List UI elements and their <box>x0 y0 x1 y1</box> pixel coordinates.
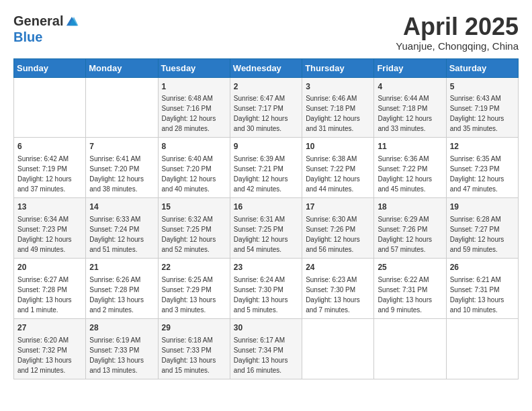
day-number: 21 <box>89 262 154 273</box>
day-number: 18 <box>378 201 442 213</box>
day-number: 24 <box>306 262 370 273</box>
calendar-cell: 8Sunrise: 6:40 AMSunset: 7:20 PMDaylight… <box>158 138 230 198</box>
day-number: 28 <box>89 322 154 334</box>
calendar-cell: 21Sunrise: 6:26 AMSunset: 7:28 PMDayligh… <box>86 258 158 318</box>
title-block: April 2025 Yuanjue, Chongqing, China <box>396 13 519 52</box>
calendar-cell <box>302 318 374 379</box>
calendar-cell: 24Sunrise: 6:23 AMSunset: 7:30 PMDayligh… <box>302 258 374 318</box>
day-number: 14 <box>89 201 154 213</box>
location: Yuanjue, Chongqing, China <box>396 40 519 52</box>
day-number: 10 <box>306 141 370 152</box>
calendar-cell: 10Sunrise: 6:38 AMSunset: 7:22 PMDayligh… <box>302 138 374 198</box>
day-number: 12 <box>450 141 515 152</box>
logo-blue: Blue <box>13 30 79 45</box>
day-number: 30 <box>234 322 298 334</box>
calendar-cell <box>14 77 86 138</box>
day-number: 17 <box>306 201 370 213</box>
day-info: Sunrise: 6:40 AMSunset: 7:20 PMDaylight:… <box>162 155 216 193</box>
day-info: Sunrise: 6:18 AMSunset: 7:33 PMDaylight:… <box>162 336 216 374</box>
day-info: Sunrise: 6:34 AMSunset: 7:23 PMDaylight:… <box>17 216 72 253</box>
calendar-week-row: 6Sunrise: 6:42 AMSunset: 7:19 PMDaylight… <box>14 138 519 198</box>
day-number: 26 <box>450 262 515 273</box>
day-info: Sunrise: 6:22 AMSunset: 7:31 PMDaylight:… <box>378 276 432 314</box>
weekday-header-tuesday: Tuesday <box>158 58 230 77</box>
day-number: 29 <box>162 322 226 334</box>
calendar-cell: 9Sunrise: 6:39 AMSunset: 7:21 PMDaylight… <box>230 138 302 198</box>
calendar-week-row: 13Sunrise: 6:34 AMSunset: 7:23 PMDayligh… <box>14 198 519 259</box>
calendar-cell: 14Sunrise: 6:33 AMSunset: 7:24 PMDayligh… <box>86 198 158 259</box>
day-info: Sunrise: 6:46 AMSunset: 7:18 PMDaylight:… <box>306 95 360 132</box>
day-info: Sunrise: 6:27 AMSunset: 7:28 PMDaylight:… <box>17 276 72 314</box>
day-number: 22 <box>162 262 226 273</box>
day-number: 9 <box>234 141 298 152</box>
logo-icon <box>64 15 79 30</box>
calendar-cell: 17Sunrise: 6:30 AMSunset: 7:26 PMDayligh… <box>302 198 374 259</box>
calendar-cell: 25Sunrise: 6:22 AMSunset: 7:31 PMDayligh… <box>374 258 446 318</box>
day-info: Sunrise: 6:41 AMSunset: 7:20 PMDaylight:… <box>89 155 144 193</box>
calendar-cell <box>446 318 518 379</box>
day-number: 15 <box>162 201 226 213</box>
calendar-cell: 30Sunrise: 6:17 AMSunset: 7:34 PMDayligh… <box>230 318 302 379</box>
day-info: Sunrise: 6:39 AMSunset: 7:21 PMDaylight:… <box>234 155 288 193</box>
day-number: 13 <box>17 201 82 213</box>
calendar-cell: 27Sunrise: 6:20 AMSunset: 7:32 PMDayligh… <box>14 318 86 379</box>
calendar-cell: 5Sunrise: 6:43 AMSunset: 7:19 PMDaylight… <box>446 77 518 138</box>
calendar-cell: 19Sunrise: 6:28 AMSunset: 7:27 PMDayligh… <box>446 198 518 259</box>
weekday-header-friday: Friday <box>374 58 446 77</box>
calendar-cell: 12Sunrise: 6:35 AMSunset: 7:23 PMDayligh… <box>446 138 518 198</box>
logo: General Blue <box>13 13 79 45</box>
day-info: Sunrise: 6:19 AMSunset: 7:33 PMDaylight:… <box>89 336 144 374</box>
weekday-header-monday: Monday <box>86 58 158 77</box>
day-number: 2 <box>234 81 298 93</box>
day-number: 16 <box>234 201 298 213</box>
calendar-cell: 16Sunrise: 6:31 AMSunset: 7:25 PMDayligh… <box>230 198 302 259</box>
day-number: 3 <box>306 81 370 93</box>
day-info: Sunrise: 6:42 AMSunset: 7:19 PMDaylight:… <box>17 155 72 193</box>
day-number: 20 <box>17 262 82 273</box>
calendar-cell: 20Sunrise: 6:27 AMSunset: 7:28 PMDayligh… <box>14 258 86 318</box>
day-number: 4 <box>378 81 442 93</box>
calendar-cell: 23Sunrise: 6:24 AMSunset: 7:30 PMDayligh… <box>230 258 302 318</box>
day-info: Sunrise: 6:36 AMSunset: 7:22 PMDaylight:… <box>378 155 432 193</box>
weekday-header-wednesday: Wednesday <box>230 58 302 77</box>
day-info: Sunrise: 6:24 AMSunset: 7:30 PMDaylight:… <box>234 276 288 314</box>
weekday-header-saturday: Saturday <box>446 58 518 77</box>
calendar-cell: 13Sunrise: 6:34 AMSunset: 7:23 PMDayligh… <box>14 198 86 259</box>
day-number: 5 <box>450 81 515 93</box>
day-info: Sunrise: 6:32 AMSunset: 7:25 PMDaylight:… <box>162 216 216 253</box>
calendar-cell: 2Sunrise: 6:47 AMSunset: 7:17 PMDaylight… <box>230 77 302 138</box>
calendar-week-row: 1Sunrise: 6:48 AMSunset: 7:16 PMDaylight… <box>14 77 519 138</box>
day-info: Sunrise: 6:38 AMSunset: 7:22 PMDaylight:… <box>306 155 360 193</box>
calendar-cell: 26Sunrise: 6:21 AMSunset: 7:31 PMDayligh… <box>446 258 518 318</box>
weekday-header-sunday: Sunday <box>14 58 86 77</box>
day-info: Sunrise: 6:20 AMSunset: 7:32 PMDaylight:… <box>17 336 72 374</box>
day-number: 27 <box>17 322 82 334</box>
day-number: 11 <box>378 141 442 152</box>
day-info: Sunrise: 6:31 AMSunset: 7:25 PMDaylight:… <box>234 216 288 253</box>
day-number: 1 <box>162 81 226 93</box>
day-info: Sunrise: 6:33 AMSunset: 7:24 PMDaylight:… <box>89 216 144 253</box>
calendar-cell <box>374 318 446 379</box>
day-number: 19 <box>450 201 515 213</box>
calendar-cell: 18Sunrise: 6:29 AMSunset: 7:26 PMDayligh… <box>374 198 446 259</box>
day-number: 8 <box>162 141 226 152</box>
day-info: Sunrise: 6:35 AMSunset: 7:23 PMDaylight:… <box>450 155 504 193</box>
day-info: Sunrise: 6:30 AMSunset: 7:26 PMDaylight:… <box>306 216 360 253</box>
day-number: 25 <box>378 262 442 273</box>
calendar-header-row: SundayMondayTuesdayWednesdayThursdayFrid… <box>14 58 519 77</box>
calendar-cell: 22Sunrise: 6:25 AMSunset: 7:29 PMDayligh… <box>158 258 230 318</box>
calendar-cell: 7Sunrise: 6:41 AMSunset: 7:20 PMDaylight… <box>86 138 158 198</box>
calendar-cell: 28Sunrise: 6:19 AMSunset: 7:33 PMDayligh… <box>86 318 158 379</box>
weekday-header-thursday: Thursday <box>302 58 374 77</box>
day-number: 23 <box>234 262 298 273</box>
day-info: Sunrise: 6:28 AMSunset: 7:27 PMDaylight:… <box>450 216 504 253</box>
day-info: Sunrise: 6:26 AMSunset: 7:28 PMDaylight:… <box>89 276 144 314</box>
day-info: Sunrise: 6:47 AMSunset: 7:17 PMDaylight:… <box>234 95 288 132</box>
page-header: General Blue April 2025 Yuanjue, Chongqi… <box>13 13 519 52</box>
month-title: April 2025 <box>396 13 519 40</box>
calendar-cell: 4Sunrise: 6:44 AMSunset: 7:18 PMDaylight… <box>374 77 446 138</box>
day-info: Sunrise: 6:23 AMSunset: 7:30 PMDaylight:… <box>306 276 360 314</box>
calendar-week-row: 27Sunrise: 6:20 AMSunset: 7:32 PMDayligh… <box>14 318 519 379</box>
day-info: Sunrise: 6:17 AMSunset: 7:34 PMDaylight:… <box>234 336 288 374</box>
day-info: Sunrise: 6:25 AMSunset: 7:29 PMDaylight:… <box>162 276 216 314</box>
